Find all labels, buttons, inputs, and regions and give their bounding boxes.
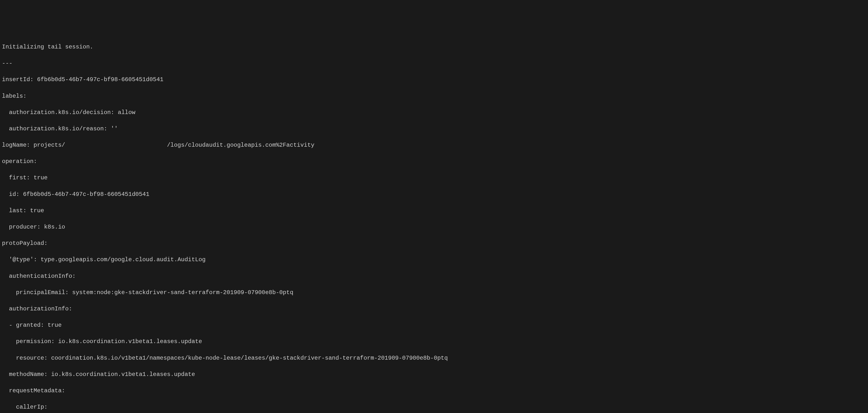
log-line: producer: k8s.io [2, 223, 866, 231]
log-line: authorization.k8s.io/decision: allow [2, 108, 866, 117]
log-line: labels: [2, 92, 866, 100]
log-line: Initializing tail session. [2, 43, 866, 51]
log-line: methodName: io.k8s.coordination.v1beta1.… [2, 370, 866, 379]
log-line: id: 6fb6b0d5-46b7-497c-bf98-6605451d0541 [2, 190, 866, 198]
log-line: operation: [2, 157, 866, 166]
log-line: authenticationInfo: [2, 272, 866, 281]
log-line: protoPayload: [2, 239, 866, 248]
log-line: --- [2, 59, 866, 67]
log-line: authorizationInfo: [2, 305, 866, 313]
log-line: first: true [2, 174, 866, 182]
log-line: '@type': type.googleapis.com/google.clou… [2, 256, 866, 264]
log-line: authorization.k8s.io/reason: '' [2, 125, 866, 133]
log-line: requestMetadata: [2, 387, 866, 395]
log-line: resource: coordination.k8s.io/v1beta1/na… [2, 354, 866, 362]
log-line: - granted: true [2, 321, 866, 329]
log-line: insertId: 6fb6b0d5-46b7-497c-bf98-660545… [2, 75, 866, 84]
terminal-output: Initializing tail session. --- insertId:… [2, 35, 866, 413]
log-line: callerIp: [2, 403, 866, 411]
log-line: logName: projects/ /logs/cloudaudit.goog… [2, 141, 866, 149]
log-line: last: true [2, 206, 866, 215]
log-line: permission: io.k8s.coordination.v1beta1.… [2, 338, 866, 346]
log-line: principalEmail: system:node:gke-stackdri… [2, 288, 866, 297]
